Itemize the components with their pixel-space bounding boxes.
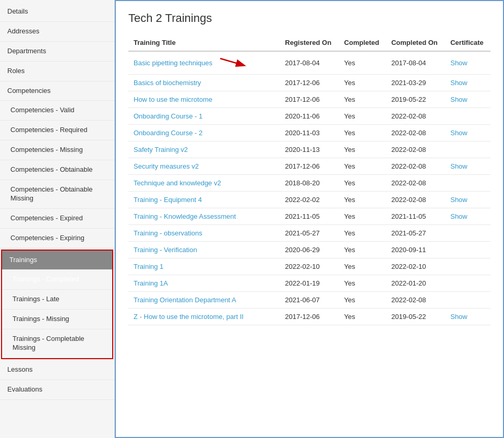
table-row: Z - How to use the microtome, part II201…: [128, 309, 490, 325]
training-title-cell: Safety Training v2: [128, 141, 280, 158]
completed-cell: Yes: [339, 292, 386, 309]
certificate-cell: Show: [445, 91, 490, 108]
completed-on-cell: 2022-02-08: [386, 125, 445, 141]
sidebar-item-trainings-late[interactable]: Trainings - Late: [2, 290, 112, 310]
registered-on-cell: 2022-01-19: [280, 275, 339, 292]
certificate-cell: Show: [445, 75, 490, 91]
training-title-link[interactable]: Onboarding Course - 2: [134, 129, 202, 137]
table-row: Technique and knowledge v22018-08-20Yes2…: [128, 175, 490, 192]
sidebar-item-competencies-required[interactable]: Competencies - Required: [0, 121, 114, 140]
registered-on-cell: 2022-02-02: [280, 192, 339, 208]
training-title-link[interactable]: Safety Training v2: [134, 146, 188, 153]
registered-on-cell: 2017-12-06: [280, 91, 339, 108]
training-title-link[interactable]: Z - How to use the microtome, part II: [134, 313, 244, 321]
training-title-link[interactable]: Training - Equipment 4: [134, 196, 202, 204]
certificate-cell: Show: [445, 208, 490, 225]
completed-on-cell: 2022-02-10: [386, 258, 445, 275]
registered-on-cell: 2017-12-06: [280, 75, 339, 91]
training-title-link[interactable]: Security measures v2: [134, 162, 199, 170]
trainings-group: TrainingsTrainings - CompletedTrainings …: [1, 250, 113, 359]
sidebar-item-competencies-expiring[interactable]: Competencies - Expiring: [0, 229, 114, 248]
training-title-link[interactable]: Training - Knowledge Assessment: [134, 212, 236, 220]
sidebar-item-details[interactable]: Details: [0, 2, 114, 22]
table-row: Training - Equipment 42022-02-02Yes2022-…: [128, 192, 490, 208]
training-title-link[interactable]: How to use the microtome: [134, 96, 212, 103]
sidebar-item-trainings[interactable]: Trainings: [2, 251, 112, 270]
certificate-cell: [445, 292, 490, 309]
annotation-arrow: [218, 56, 249, 70]
sidebar: DetailsAddressesDepartmentsRolesCompeten…: [0, 0, 115, 438]
training-title-link[interactable]: Technique and knowledge v2: [134, 179, 221, 187]
certificate-cell: [445, 225, 490, 242]
sidebar-item-lessons[interactable]: Lessons: [0, 360, 114, 380]
certificate-cell: Show: [445, 125, 490, 141]
col-header-registered: Registered On: [280, 34, 339, 51]
registered-on-cell: 2017-12-06: [280, 309, 339, 325]
training-title-link[interactable]: Training 1: [134, 263, 163, 270]
sidebar-item-competencies-obtainable-missing[interactable]: Competencies - Obtainable Missing: [0, 180, 114, 209]
training-title-link[interactable]: Training - Verification: [134, 246, 197, 254]
table-row: Basics of biochemistry2017-12-06Yes2021-…: [128, 75, 490, 91]
certificate-show-link[interactable]: Show: [450, 196, 467, 204]
training-title-link[interactable]: Training Orientation Department A: [134, 296, 236, 304]
sidebar-item-addresses[interactable]: Addresses: [0, 22, 114, 42]
certificate-show-link[interactable]: Show: [450, 313, 467, 321]
sidebar-item-roles[interactable]: Roles: [0, 62, 114, 81]
sidebar-item-trainings-completed[interactable]: Trainings - Completed: [2, 270, 112, 290]
training-title-cell: Training 1: [128, 258, 280, 275]
certificate-cell: [445, 258, 490, 275]
completed-cell: Yes: [339, 225, 386, 242]
certificate-cell: Show: [445, 192, 490, 208]
registered-on-cell: 2021-05-27: [280, 225, 339, 242]
table-row: Training - Verification2020-06-29Yes2020…: [128, 242, 490, 258]
col-header-completed: Completed: [339, 34, 386, 51]
training-title-link[interactable]: Training - observations: [134, 229, 202, 237]
sidebar-item-competencies-expired[interactable]: Competencies - Expired: [0, 209, 114, 229]
training-title-cell: Z - How to use the microtome, part II: [128, 309, 280, 325]
sidebar-item-trainings-completable-missing[interactable]: Trainings - Completable Missing: [2, 329, 112, 358]
table-row: How to use the microtome2017-12-06Yes201…: [128, 91, 490, 108]
table-row: Training - observations2021-05-27Yes2021…: [128, 225, 490, 242]
page-title: Tech 2 Trainings: [128, 11, 490, 25]
sidebar-item-competencies[interactable]: Competencies: [0, 81, 114, 101]
completed-on-cell: 2021-03-29: [386, 75, 445, 91]
certificate-show-link[interactable]: Show: [450, 96, 467, 103]
certificate-cell: [445, 108, 490, 125]
certificate-show-link[interactable]: Show: [450, 162, 467, 170]
sidebar-item-competencies-obtainable[interactable]: Competencies - Obtainable: [0, 160, 114, 180]
col-header-certificate: Certificate: [445, 34, 490, 51]
training-title-link[interactable]: Training 1A: [134, 279, 168, 287]
certificate-show-link[interactable]: Show: [450, 129, 467, 137]
certificate-show-link[interactable]: Show: [450, 212, 467, 220]
table-row: Onboarding Course - 22020-11-03Yes2022-0…: [128, 125, 490, 141]
certificate-show-link[interactable]: Show: [450, 79, 467, 87]
training-title-cell: Basics of biochemistry: [128, 75, 280, 91]
completed-cell: Yes: [339, 242, 386, 258]
certificate-cell: Show: [445, 309, 490, 325]
registered-on-cell: 2020-11-06: [280, 108, 339, 125]
completed-cell: Yes: [339, 258, 386, 275]
training-title-cell: Basic pipetting techniques: [128, 51, 280, 75]
completed-on-cell: 2020-09-11: [386, 242, 445, 258]
training-title-link[interactable]: Onboarding Course - 1: [134, 112, 202, 120]
completed-cell: Yes: [339, 141, 386, 158]
sidebar-item-departments[interactable]: Departments: [0, 42, 114, 62]
completed-on-cell: 2022-02-08: [386, 175, 445, 192]
registered-on-cell: 2020-06-29: [280, 242, 339, 258]
table-row: Security measures v22017-12-06Yes2022-02…: [128, 158, 490, 175]
registered-on-cell: 2021-11-05: [280, 208, 339, 225]
sidebar-item-evaluations[interactable]: Evaluations: [0, 380, 114, 400]
training-title-link[interactable]: Basic pipetting techniques: [134, 59, 212, 67]
sidebar-item-competencies-valid[interactable]: Competencies - Valid: [0, 101, 114, 121]
table-row: Training Orientation Department A2021-06…: [128, 292, 490, 309]
sidebar-item-competencies-missing[interactable]: Competencies - Missing: [0, 140, 114, 160]
completed-cell: Yes: [339, 175, 386, 192]
registered-on-cell: 2018-08-20: [280, 175, 339, 192]
training-title-cell: Training - Verification: [128, 242, 280, 258]
training-title-link[interactable]: Basics of biochemistry: [134, 79, 201, 87]
certificate-show-link[interactable]: Show: [450, 59, 467, 67]
sidebar-item-trainings-missing[interactable]: Trainings - Missing: [2, 310, 112, 329]
registered-on-cell: 2022-02-10: [280, 258, 339, 275]
training-title-cell: Training Orientation Department A: [128, 292, 280, 309]
completed-on-cell: 2021-05-27: [386, 225, 445, 242]
